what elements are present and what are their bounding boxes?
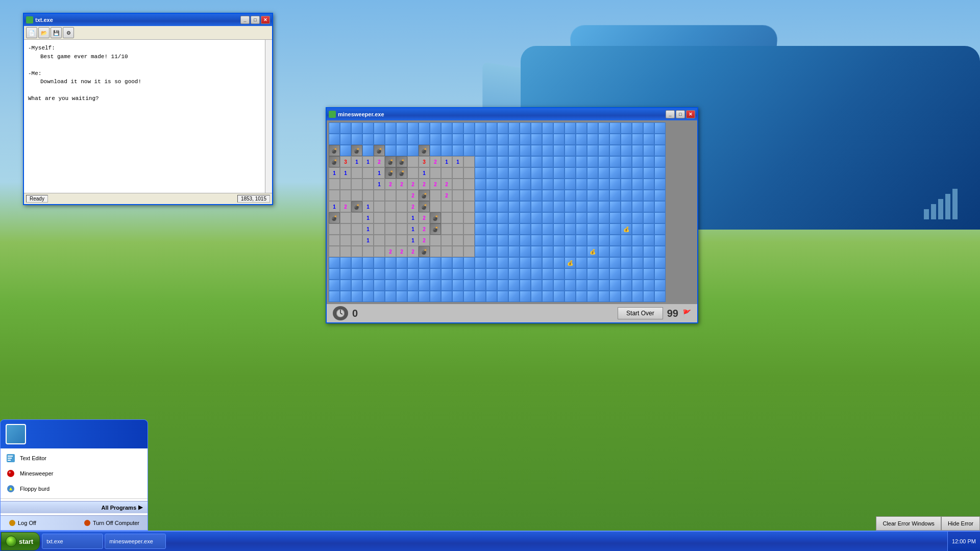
mine-cell[interactable] [351,179,362,190]
mine-cell[interactable] [587,167,598,179]
mine-cell[interactable] [531,179,542,190]
mine-cell[interactable] [621,190,632,201]
mine-cell[interactable] [430,268,441,280]
mine-cell[interactable] [497,156,508,167]
mine-cell[interactable] [340,280,351,291]
mine-cell[interactable] [531,145,542,156]
mine-cell[interactable] [441,257,452,268]
mine-cell[interactable] [632,179,643,190]
mine-cell[interactable] [587,223,598,235]
mine-cell[interactable] [598,190,609,201]
mine-cell[interactable] [430,235,441,246]
mine-cell[interactable] [520,212,531,223]
mine-cell[interactable] [553,190,565,201]
mine-cell[interactable] [497,145,508,156]
mine-cell[interactable] [643,223,654,235]
mine-cell[interactable] [430,201,441,212]
mine-cell[interactable] [508,235,520,246]
mine-cell[interactable] [587,268,598,280]
mine-cell[interactable] [329,179,340,190]
mine-cell[interactable] [441,201,452,212]
mine-cell[interactable] [576,223,587,235]
mine-cell[interactable] [632,268,643,280]
mine-cell[interactable] [553,122,565,134]
mine-cell[interactable] [643,257,654,268]
mine-cell[interactable]: 💣 [430,212,441,223]
mine-cell[interactable] [463,145,475,156]
mine-grid[interactable]: 💣💣💣💣💣3112💣💣3211111💣💣112222222💣212💣12💣💣11… [329,122,695,302]
mine-cell[interactable] [497,268,508,280]
menu-item-minesweeper[interactable]: Minesweeper [1,466,148,481]
mine-cell[interactable] [598,156,609,167]
mine-cell[interactable] [542,156,553,167]
mine-cell[interactable] [419,280,430,291]
mine-cell[interactable] [441,280,452,291]
mine-cell[interactable] [419,122,430,134]
mine-cell[interactable] [654,122,666,134]
mine-cell[interactable]: 2 [340,201,351,212]
mine-cell[interactable] [576,134,587,145]
mine-cell[interactable] [654,246,666,257]
mine-cell[interactable] [486,201,497,212]
mine-cell[interactable] [463,201,475,212]
mine-cell[interactable] [351,291,362,302]
mine-cell[interactable] [587,122,598,134]
taskbar-minesweeper[interactable]: minesweeper.exe [105,534,166,549]
mine-cell[interactable] [553,156,565,167]
mine-cell[interactable] [632,291,643,302]
mine-cell[interactable]: 1 [351,156,362,167]
mine-cell[interactable] [598,268,609,280]
mine-cell[interactable]: 💰 [587,246,598,257]
mine-cell[interactable] [531,190,542,201]
mine-cell[interactable] [374,201,385,212]
mine-cell[interactable] [508,122,520,134]
mine-cell[interactable] [340,179,351,190]
mine-cell[interactable]: 1 [407,212,419,223]
mine-cell[interactable]: 1 [362,223,374,235]
mine-cell[interactable] [463,223,475,235]
mine-cell[interactable]: 2 [407,201,419,212]
mine-cell[interactable] [621,167,632,179]
mine-cell[interactable] [486,212,497,223]
logoff-button[interactable]: Log Off [5,518,40,528]
mine-cell[interactable] [520,201,531,212]
mine-cell[interactable] [576,156,587,167]
mine-cell[interactable] [396,223,407,235]
mine-cell[interactable] [486,280,497,291]
mine-cell[interactable] [542,190,553,201]
mine-cell[interactable] [374,212,385,223]
mine-cell[interactable] [553,235,565,246]
mine-cell[interactable] [340,134,351,145]
mine-cell[interactable] [576,201,587,212]
mine-cell[interactable]: 2 [419,179,430,190]
mine-cell[interactable] [621,179,632,190]
mine-cell[interactable] [441,268,452,280]
mine-cell[interactable] [621,145,632,156]
mine-cell[interactable] [396,190,407,201]
mine-cell[interactable] [632,201,643,212]
mine-cell[interactable] [598,212,609,223]
mine-cell[interactable] [598,280,609,291]
mine-cell[interactable] [452,268,463,280]
mine-cell[interactable] [621,201,632,212]
mine-cell[interactable] [463,167,475,179]
mine-cell[interactable] [643,145,654,156]
mine-cell[interactable] [576,190,587,201]
mine-cell[interactable] [576,291,587,302]
mine-cell[interactable] [385,145,396,156]
mine-cell[interactable] [430,134,441,145]
mine-cell[interactable] [419,291,430,302]
mine-cell[interactable] [452,190,463,201]
mine-cell[interactable]: 💣 [385,156,396,167]
taskbar-text-editor[interactable]: txt.exe [42,534,103,549]
mine-cell[interactable] [452,223,463,235]
mine-cell[interactable] [542,291,553,302]
mine-cell[interactable] [654,145,666,156]
mine-cell[interactable] [430,257,441,268]
mine-cell[interactable] [340,235,351,246]
mine-cell[interactable]: 2 [374,156,385,167]
mine-cell[interactable] [576,280,587,291]
mine-cell[interactable] [520,145,531,156]
mine-cell[interactable] [609,291,621,302]
mine-cell[interactable] [598,201,609,212]
